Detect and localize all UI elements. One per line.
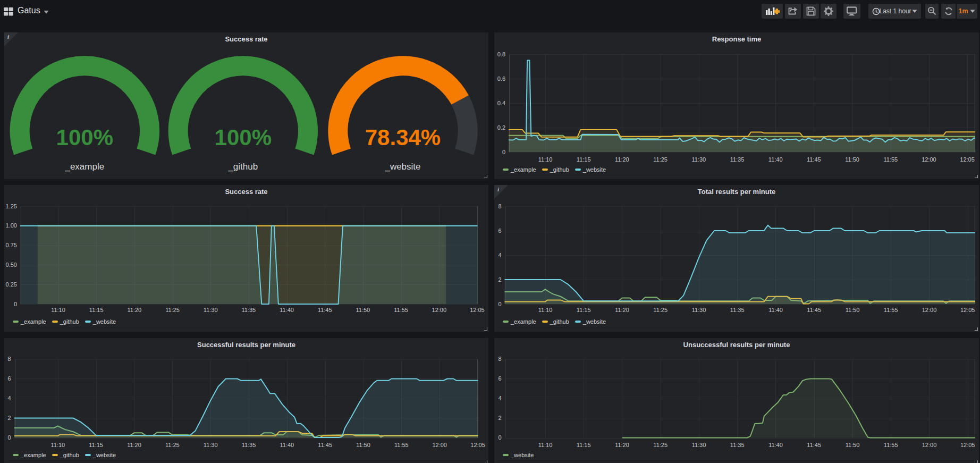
svg-text:11:35: 11:35	[242, 307, 256, 313]
svg-text:0: 0	[502, 149, 505, 155]
svg-text:11:55: 11:55	[394, 307, 408, 313]
svg-text:8: 8	[498, 356, 501, 362]
svg-text:11:55: 11:55	[884, 442, 898, 448]
svg-text:11:40: 11:40	[768, 156, 783, 163]
svg-text:11:20: 11:20	[128, 307, 142, 313]
svg-text:11:20: 11:20	[615, 156, 629, 163]
svg-text:8: 8	[7, 356, 11, 362]
svg-text:0.6: 0.6	[497, 75, 505, 82]
svg-text:11:55: 11:55	[883, 156, 898, 163]
svg-text:12:00: 12:00	[432, 307, 447, 313]
svg-text:78.34%: 78.34%	[365, 125, 441, 150]
svg-text:8: 8	[498, 203, 501, 209]
svg-text:0.2: 0.2	[497, 124, 505, 131]
svg-text:11:25: 11:25	[653, 307, 668, 313]
svg-text:11:25: 11:25	[165, 307, 180, 313]
svg-text:11:35: 11:35	[730, 156, 745, 163]
svg-text:0: 0	[14, 301, 17, 307]
svg-text:11:50: 11:50	[845, 156, 859, 163]
svg-text:0.25: 0.25	[6, 281, 17, 288]
svg-text:11:25: 11:25	[653, 156, 668, 163]
svg-text:11:10: 11:10	[51, 307, 65, 313]
svg-text:11:45: 11:45	[807, 442, 821, 448]
svg-text:100%: 100%	[56, 125, 113, 150]
svg-text:_website: _website	[384, 162, 420, 172]
svg-text:0: 0	[498, 301, 501, 307]
svg-text:11:50: 11:50	[356, 307, 370, 313]
svg-text:4: 4	[498, 252, 501, 258]
svg-text:100%: 100%	[215, 125, 272, 150]
svg-text:11:10: 11:10	[538, 156, 553, 163]
svg-text:11:50: 11:50	[846, 307, 860, 313]
svg-text:11:10: 11:10	[538, 307, 553, 313]
svg-text:11:35: 11:35	[730, 307, 745, 313]
svg-text:2: 2	[498, 415, 501, 421]
svg-text:12:05: 12:05	[960, 156, 975, 163]
svg-text:11:10: 11:10	[50, 442, 65, 448]
svg-text:11:15: 11:15	[89, 442, 103, 448]
svg-text:11:15: 11:15	[577, 156, 591, 163]
svg-text:11:40: 11:40	[768, 307, 783, 313]
svg-text:1.00: 1.00	[6, 222, 17, 229]
svg-text:12:00: 12:00	[922, 307, 937, 313]
svg-text:11:45: 11:45	[807, 307, 821, 313]
svg-text:11:10: 11:10	[538, 442, 553, 448]
svg-text:11:25: 11:25	[165, 442, 180, 448]
svg-text:4: 4	[7, 395, 11, 401]
svg-text:11:30: 11:30	[204, 307, 218, 313]
svg-text:6: 6	[498, 375, 501, 382]
svg-text:11:30: 11:30	[692, 307, 706, 313]
svg-text:0: 0	[498, 434, 501, 441]
svg-text:_github: _github	[227, 162, 258, 172]
svg-text:12:05: 12:05	[960, 307, 975, 313]
svg-text:0.4: 0.4	[497, 100, 505, 106]
svg-text:0.75: 0.75	[6, 242, 17, 248]
svg-text:6: 6	[498, 228, 501, 234]
svg-text:11:40: 11:40	[768, 442, 783, 448]
svg-text:11:20: 11:20	[615, 307, 629, 313]
svg-text:0.8: 0.8	[497, 51, 505, 57]
svg-text:11:50: 11:50	[356, 442, 370, 448]
svg-text:11:40: 11:40	[280, 307, 294, 313]
svg-text:11:15: 11:15	[577, 442, 591, 448]
svg-text:11:25: 11:25	[653, 442, 668, 448]
svg-text:12:05: 12:05	[470, 442, 485, 448]
svg-text:4: 4	[498, 395, 501, 401]
svg-text:11:55: 11:55	[884, 307, 898, 313]
svg-text:11:30: 11:30	[692, 442, 706, 448]
svg-text:11:45: 11:45	[807, 156, 821, 163]
svg-text:2: 2	[498, 276, 501, 283]
svg-text:11:15: 11:15	[577, 307, 591, 313]
svg-text:11:20: 11:20	[127, 442, 141, 448]
svg-text:11:40: 11:40	[280, 442, 294, 448]
svg-text:11:45: 11:45	[318, 307, 332, 313]
svg-text:11:30: 11:30	[691, 156, 706, 163]
svg-text:12:00: 12:00	[922, 442, 937, 448]
svg-text:11:35: 11:35	[730, 442, 745, 448]
svg-text:11:20: 11:20	[615, 442, 629, 448]
svg-text:11:55: 11:55	[394, 442, 409, 448]
svg-text:12:05: 12:05	[960, 442, 975, 448]
svg-text:_example: _example	[64, 162, 104, 172]
svg-text:2: 2	[7, 415, 11, 421]
svg-text:11:15: 11:15	[89, 307, 104, 313]
svg-text:6: 6	[7, 375, 11, 382]
svg-text:12:00: 12:00	[432, 442, 447, 448]
svg-text:11:45: 11:45	[318, 442, 332, 448]
svg-text:0: 0	[7, 434, 11, 441]
svg-text:12:05: 12:05	[470, 307, 485, 313]
svg-text:0.50: 0.50	[6, 262, 17, 268]
svg-text:11:30: 11:30	[204, 442, 218, 448]
svg-text:12:00: 12:00	[922, 156, 936, 163]
svg-text:11:35: 11:35	[242, 442, 256, 448]
svg-text:1.25: 1.25	[6, 203, 17, 209]
svg-text:11:50: 11:50	[846, 442, 860, 448]
